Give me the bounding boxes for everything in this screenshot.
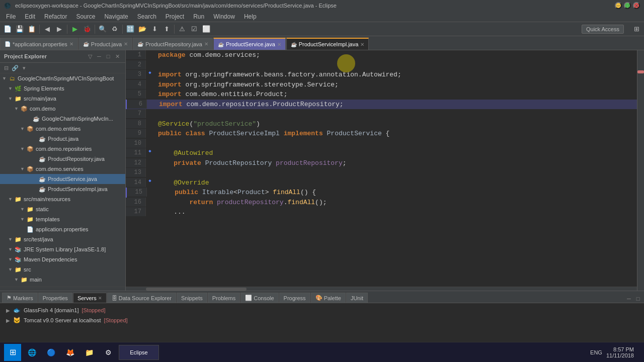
code-line-15[interactable]: 15 public Iterable<Product> findAll() {	[126, 188, 637, 198]
taskbar-explorer[interactable]: 📁	[80, 344, 98, 361]
toolbar-forward[interactable]: ▶	[54, 24, 65, 35]
server-row-tomcat[interactable]: ▶ 🐱 Tomcat v9.0 Server at localhost [Sto…	[4, 315, 640, 325]
tab-console[interactable]: ⬜ Console	[240, 293, 278, 303]
code-line-6[interactable]: 6 import com.demo.repositories.ProductRe…	[126, 100, 637, 110]
code-editor[interactable]: 1 package com.demo.services; 2 3 ◆ impor…	[126, 50, 637, 287]
tree-item-jre-library[interactable]: ▼ 📚 JRE System Library [JavaSE-1.8]	[0, 244, 125, 254]
tree-item-main-class[interactable]: ☕ GoogleChartInSpringMvcIn...	[0, 114, 125, 124]
toolbar-back[interactable]: ◀	[42, 24, 53, 35]
tree-item-main[interactable]: ▼ 📁 main	[0, 275, 125, 285]
tab-servers[interactable]: Servers ✕	[73, 293, 107, 303]
tree-item-com-demo-repositories[interactable]: ▼ 📦 com.demo.repositories	[0, 144, 125, 154]
tree-item-product-service-java[interactable]: ☕ ProductService.java	[0, 174, 125, 184]
tab-junit[interactable]: JUnit	[346, 293, 368, 303]
toolbar-refactor[interactable]: ♻	[109, 24, 120, 35]
tab-product-service-java-close[interactable]: ✕	[277, 42, 281, 47]
tab-product-service-java[interactable]: ☕ ProductService.java ✕	[213, 38, 286, 50]
tab-snippets[interactable]: Snippets	[177, 293, 207, 303]
tree-item-application-properties[interactable]: 📄 application.properties	[0, 224, 125, 234]
tab-palette[interactable]: 🎨 Palette	[311, 293, 346, 303]
menu-file[interactable]: File	[2, 12, 20, 21]
tab-markers[interactable]: ⚑ Markers	[2, 293, 38, 303]
toolbar-saveall[interactable]: 📋	[26, 24, 37, 35]
tree-item-maven-dependencies[interactable]: ▼ 📚 Maven Dependencies	[0, 254, 125, 264]
sidebar-minimize-btn[interactable]: ─	[95, 52, 103, 60]
tree-item-com-demo-services[interactable]: ▼ 📦 com.demo.services	[0, 164, 125, 174]
server-row-glassfish[interactable]: ▶ 🐟 GlassFish 4 [domain1] [Stopped]	[4, 305, 640, 315]
menu-project[interactable]: Project	[162, 12, 188, 21]
tree-item-com-demo-entities[interactable]: ▼ 📦 com.demo.entities	[0, 124, 125, 134]
tree-item-com-demo[interactable]: ▼ 📦 com.demo	[0, 104, 125, 114]
toolbar-open-type[interactable]: 🔠	[125, 24, 136, 35]
code-line-16[interactable]: 16 return productRepository.findAll();	[126, 198, 637, 208]
editor-hscrollbar-thumb[interactable]	[146, 288, 247, 291]
toolbar-perspective[interactable]: ⊞	[631, 24, 642, 35]
code-line-13[interactable]: 13	[126, 168, 637, 178]
code-line-3[interactable]: 3 ◆ import org.springframework.beans.fac…	[126, 70, 637, 80]
code-line-11[interactable]: 11 ◆ @Autowired	[126, 148, 637, 158]
code-line-9[interactable]: 9 public class ProductServiceImpl implem…	[126, 129, 637, 139]
server-tomcat-expand-btn[interactable]: ▶	[6, 318, 10, 323]
code-line-1[interactable]: 1 package com.demo.services;	[126, 50, 637, 60]
menu-edit[interactable]: Edit	[21, 12, 39, 21]
code-line-14[interactable]: 14 ◆ @Override	[126, 178, 637, 188]
toolbar-open-resource[interactable]: 📂	[137, 24, 148, 35]
menu-navigate[interactable]: Navigate	[100, 12, 132, 21]
sidebar-collapse-btn[interactable]: ▽	[86, 52, 94, 60]
toolbar-tasks[interactable]: ☑	[189, 24, 200, 35]
tree-item-static[interactable]: ▼ 📁 static	[0, 204, 125, 214]
menu-refactor[interactable]: Refactor	[40, 12, 71, 21]
menu-run[interactable]: Run	[189, 12, 208, 21]
tab-application-properties-close[interactable]: ✕	[69, 41, 73, 47]
tab-product-repository-java-close[interactable]: ✕	[204, 41, 208, 47]
menu-source[interactable]: Source	[72, 12, 99, 21]
minimize-button[interactable]: ─	[615, 2, 622, 9]
tab-product-service-impl-java[interactable]: ☕ ProductServiceImpl.java ✕	[286, 38, 369, 50]
taskbar-edge[interactable]: 🔵	[42, 344, 59, 361]
sidebar-scroll[interactable]	[0, 287, 125, 291]
close-button[interactable]: ✕	[633, 2, 640, 9]
code-line-2[interactable]: 2	[126, 60, 637, 70]
bottom-panel-minimize-btn[interactable]: ─	[625, 295, 633, 303]
tree-item-spring-elements[interactable]: ▼ 🌿 Spring Elements	[0, 83, 125, 94]
toolbar-search[interactable]: 🔍	[97, 24, 108, 35]
tab-application-properties[interactable]: 📄 *application.properties ✕	[0, 38, 78, 50]
tab-properties[interactable]: Properties	[38, 293, 72, 303]
code-line-17[interactable]: 17 ...	[126, 207, 637, 217]
tree-item-product-repository-java[interactable]: ☕ ProductRepository.java	[0, 154, 125, 164]
tree-item-templates[interactable]: ▼ 📁 templates	[0, 214, 125, 224]
toolbar-new[interactable]: 📄	[2, 24, 13, 35]
sidebar-collapse-all-btn[interactable]: ⊟	[2, 64, 10, 72]
bottom-panel-maximize-btn[interactable]: □	[634, 295, 642, 303]
code-line-7[interactable]: 7	[126, 109, 637, 119]
show-desktop-button[interactable]	[638, 344, 640, 361]
tab-product-repository-java[interactable]: ☕ ProductRepository.java ✕	[133, 38, 213, 50]
server-glassfish-expand-btn[interactable]: ▶	[6, 308, 10, 313]
tab-data-source-explorer[interactable]: 🗄 Data Source Explorer	[107, 293, 176, 303]
toolbar-prev-annotation[interactable]: ⬆	[161, 24, 172, 35]
toolbar-problems[interactable]: ⚠	[177, 24, 188, 35]
tree-item-src[interactable]: ▼ 📁 src	[0, 264, 125, 275]
tab-problems[interactable]: Problems	[208, 293, 240, 303]
toolbar-next-annotation[interactable]: ⬇	[149, 24, 160, 35]
toolbar-run[interactable]: ▶	[69, 24, 80, 35]
tree-item-src-test-java[interactable]: ▼ 📁 src/test/java	[0, 234, 125, 244]
tree-item-root[interactable]: ▼ 🗂 GoogleChartInSpringMVCInSpringBoot	[0, 73, 125, 83]
taskbar-ie[interactable]: 🌐	[23, 344, 40, 361]
toolbar-console[interactable]: ⬜	[201, 24, 212, 35]
tab-product-java[interactable]: ☕ Product.java ✕	[78, 38, 132, 50]
start-button[interactable]: ⊞	[4, 344, 21, 361]
maximize-button[interactable]: □	[624, 2, 631, 9]
menu-help[interactable]: Help	[240, 12, 261, 21]
tab-progress[interactable]: Progress	[279, 293, 310, 303]
code-line-10[interactable]: 10	[126, 139, 637, 149]
quick-access-button[interactable]: Quick Access	[582, 25, 624, 34]
tree-item-src-main-resources[interactable]: ▼ 📁 src/main/resources	[0, 194, 125, 204]
code-line-4[interactable]: 4 import org.springframework.stereotype.…	[126, 80, 637, 90]
tree-item-product-service-impl-java[interactable]: ☕ ProductServiceImpl.java	[0, 184, 125, 194]
sidebar-close-btn[interactable]: ✕	[113, 52, 121, 60]
sidebar-link-editor-btn[interactable]: 🔗	[11, 64, 19, 72]
sidebar-settings-btn[interactable]: ▾	[20, 64, 28, 72]
code-line-8[interactable]: 8 @Service("productService")	[126, 119, 637, 129]
tab-product-java-close[interactable]: ✕	[124, 41, 128, 47]
